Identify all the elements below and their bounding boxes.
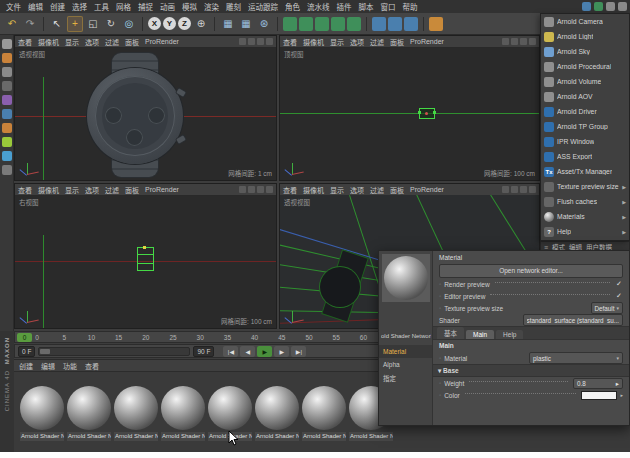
menubar-item[interactable]: 角色 xyxy=(285,1,300,12)
viewport-menu-item[interactable]: 摄像机 xyxy=(38,37,59,47)
rotate-tool-icon[interactable]: ↻ xyxy=(103,16,119,32)
render-view-icon[interactable]: ▦ xyxy=(220,16,236,32)
arnold-menu-item[interactable]: Arnold Camera xyxy=(541,14,629,29)
material-manager-menu-item[interactable]: 查看 xyxy=(85,361,99,371)
arnold-menu-item[interactable]: TxAsset/Tx Manager xyxy=(541,164,629,179)
shader-value-button[interactable]: standard_surface (standard_su... xyxy=(523,314,623,326)
anim-dot-icon[interactable]: ◦ xyxy=(439,380,441,386)
viewport-menu-item[interactable]: ProRender xyxy=(145,38,179,45)
menubar-item[interactable]: 窗口 xyxy=(381,1,396,12)
viewport-rotate-icon[interactable] xyxy=(520,38,527,45)
viewport-top[interactable]: 查看摄像机显示选项过滤面板ProRender 顶视图 网格间距: 100 cm xyxy=(279,35,540,181)
viewport-menu-item[interactable]: 显示 xyxy=(330,37,344,47)
texture-mode-icon[interactable] xyxy=(2,67,12,77)
material-thumbnail[interactable]: Arnold Shader N... xyxy=(114,386,158,441)
arnold-render-view-icon[interactable] xyxy=(283,17,297,31)
viewport-menu-item[interactable]: 过滤 xyxy=(105,185,119,195)
axis-mode-icon[interactable] xyxy=(2,137,12,147)
viewport-menu-item[interactable]: 查看 xyxy=(18,185,32,195)
workplane-icon[interactable] xyxy=(2,81,12,91)
edges-mode-icon[interactable] xyxy=(2,109,12,119)
material-editor-tab[interactable]: Help xyxy=(496,330,523,339)
material-thumbnail[interactable]: Arnold Shader N... xyxy=(20,386,64,441)
material-editor-tab[interactable]: Main xyxy=(466,330,494,339)
color-swatch[interactable] xyxy=(581,391,617,400)
scale-tool-icon[interactable]: ◱ xyxy=(85,16,101,32)
viewport-menu-item[interactable]: 过滤 xyxy=(105,37,119,47)
material-thumbnail[interactable]: Arnold Shader N... xyxy=(67,386,111,441)
render-queue-icon[interactable] xyxy=(594,2,603,11)
arnold-menu-item[interactable]: Arnold AOV xyxy=(541,89,629,104)
arnold-aov-icon[interactable] xyxy=(404,17,418,31)
selected-object[interactable] xyxy=(419,108,435,119)
model-mode-icon[interactable] xyxy=(2,53,12,63)
points-mode-icon[interactable] xyxy=(2,95,12,105)
viewport-canvas[interactable]: 透视视图 网格间距: 1 cm xyxy=(15,47,276,180)
arnold-menu-item[interactable]: Texture preview size▶ xyxy=(541,179,629,194)
viewport-maximize-icon[interactable] xyxy=(529,186,536,193)
material-preset-dropdown[interactable]: plastic▾ xyxy=(529,352,623,364)
menubar-item[interactable]: 渲染 xyxy=(204,1,219,12)
base-group-header[interactable]: ▾ Base xyxy=(433,364,629,377)
menubar-item[interactable]: 动画 xyxy=(160,1,175,12)
viewport-menu-item[interactable]: 查看 xyxy=(18,37,32,47)
live-selection-icon[interactable]: ↖ xyxy=(49,16,65,32)
editor-preview-checkbox[interactable]: ✓ xyxy=(615,292,623,300)
expand-arrow-icon[interactable]: ▸ xyxy=(620,392,623,398)
viewport-canvas[interactable]: 右视图 网格间距: 100 cm xyxy=(15,195,276,328)
viewport-zoom-icon[interactable] xyxy=(511,186,518,193)
viewport-menu-item[interactable]: 选项 xyxy=(85,37,99,47)
material-thumbnail[interactable]: Arnold Shader N... xyxy=(161,386,205,441)
anim-dot-icon[interactable]: ◦ xyxy=(439,293,441,299)
arnold-menu-item[interactable]: Arnold Sky xyxy=(541,44,629,59)
anim-dot-icon[interactable]: ◦ xyxy=(439,355,441,361)
arnold-ipr-icon[interactable] xyxy=(299,17,313,31)
viewport-menu-item[interactable]: 摄像机 xyxy=(303,37,324,47)
x-axis-lock-icon[interactable]: X xyxy=(148,17,161,30)
material-manager-menu-item[interactable]: 创建 xyxy=(19,361,33,371)
end-frame-field[interactable]: 90 F xyxy=(193,346,214,357)
viewport-menu-item[interactable]: ProRender xyxy=(410,186,444,193)
menubar-item[interactable]: 雕刻 xyxy=(226,1,241,12)
viewport-rotate-icon[interactable] xyxy=(257,38,264,45)
viewport-rotate-icon[interactable] xyxy=(520,186,527,193)
arnold-menu-item[interactable]: Arnold Light xyxy=(541,29,629,44)
texture-size-dropdown[interactable]: Default▾ xyxy=(591,302,623,314)
arnold-menu-item[interactable]: Flush caches▶ xyxy=(541,194,629,209)
viewport-menu-item[interactable]: 面板 xyxy=(125,185,139,195)
menubar-item[interactable]: 插件 xyxy=(337,1,352,12)
viewport-menu-item[interactable]: 选项 xyxy=(350,185,364,195)
viewport-menu-item[interactable]: 摄像机 xyxy=(38,185,59,195)
redo-icon[interactable]: ↷ xyxy=(22,16,38,32)
menubar-item[interactable]: 网格 xyxy=(116,1,131,12)
menubar-item[interactable]: 选择 xyxy=(72,1,87,12)
viewport-maximize-icon[interactable] xyxy=(266,38,273,45)
viewport-menu-item[interactable]: 选项 xyxy=(350,37,364,47)
range-slider-handle[interactable] xyxy=(40,349,50,354)
viewport-pan-icon[interactable] xyxy=(239,186,246,193)
viewport-menu-item[interactable]: 过滤 xyxy=(370,37,384,47)
window-help-icon[interactable] xyxy=(618,2,627,11)
viewport-maximize-icon[interactable] xyxy=(266,186,273,193)
selected-watch-object[interactable] xyxy=(137,247,154,271)
viewport-canvas[interactable]: 顶视图 网格间距: 100 cm xyxy=(280,47,539,180)
material-thumbnail[interactable]: Arnold Shader N... xyxy=(302,386,346,441)
watch-silhouette[interactable] xyxy=(320,267,360,307)
viewport-zoom-icon[interactable] xyxy=(511,38,518,45)
make-editable-icon[interactable] xyxy=(2,39,12,49)
viewport-pan-icon[interactable] xyxy=(239,38,246,45)
menubar-item[interactable]: 捕捉 xyxy=(138,1,153,12)
frame-range-slider[interactable] xyxy=(38,347,190,356)
play-button[interactable]: ▶ xyxy=(257,346,272,357)
menubar-item[interactable]: 编辑 xyxy=(28,1,43,12)
move-tool-icon[interactable]: + xyxy=(67,16,83,32)
arnold-light-icon[interactable] xyxy=(315,17,329,31)
menubar-item[interactable]: 帮助 xyxy=(403,1,418,12)
anim-dot-icon[interactable]: ◦ xyxy=(439,392,441,398)
arnold-menu-item[interactable]: Arnold Volume xyxy=(541,74,629,89)
arnold-menu-item[interactable]: Arnold Driver xyxy=(541,104,629,119)
content-browser-icon[interactable] xyxy=(429,17,443,31)
viewport-menu-item[interactable]: 选项 xyxy=(85,185,99,195)
material-channel-material[interactable]: Material xyxy=(379,345,432,358)
polygons-mode-icon[interactable] xyxy=(2,123,12,133)
